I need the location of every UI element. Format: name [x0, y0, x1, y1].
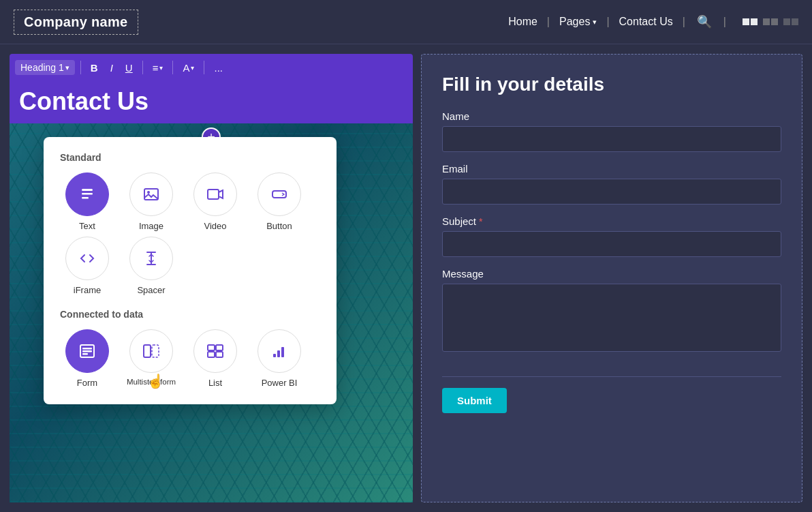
search-icon[interactable]: 🔍: [695, 12, 714, 31]
view-icons: [743, 18, 798, 25]
message-input[interactable]: [442, 284, 781, 352]
spacer-label: Spacer: [137, 285, 165, 295]
editor-area: Heading 1 ▾ B I U ≡ ▾ A ▾: [0, 44, 812, 512]
svg-rect-19: [281, 347, 284, 357]
text-icon: [65, 172, 109, 216]
svg-rect-17: [273, 354, 276, 357]
svg-rect-2: [82, 197, 89, 199]
heading-select-label: Heading 1: [20, 62, 64, 73]
popup-item-powerbi[interactable]: Power BI: [252, 329, 307, 388]
popup-item-image[interactable]: Image: [124, 172, 178, 231]
nav-sep-2: |: [606, 16, 609, 28]
right-panel: Fill in your details Name Email Subject …: [421, 54, 802, 502]
list-label: List: [208, 378, 222, 388]
view-icon-4[interactable]: [771, 18, 778, 25]
svg-rect-5: [208, 190, 219, 199]
nav-pages[interactable]: Pages ▾: [559, 16, 597, 28]
company-name[interactable]: Company name: [14, 10, 138, 35]
nav-pages-arrow: ▾: [593, 18, 597, 27]
submit-button[interactable]: Submit: [442, 388, 507, 413]
nav-sep-3: |: [683, 16, 685, 28]
toolbar: Heading 1 ▾ B I U ≡ ▾ A ▾: [10, 54, 413, 81]
toolbar-sep-3: [172, 61, 173, 74]
video-label: Video: [204, 221, 226, 231]
name-input[interactable]: [442, 126, 781, 152]
form-label: Form: [77, 378, 97, 388]
subject-field: Subject *: [442, 215, 781, 257]
standard-items-grid: Text Image: [60, 172, 320, 295]
heading-select-caret: ▾: [65, 63, 69, 72]
popup-item-list[interactable]: List: [188, 329, 243, 388]
svg-rect-15: [208, 352, 215, 357]
svg-rect-12: [152, 345, 159, 357]
svg-rect-8: [82, 348, 92, 350]
submit-area: Submit: [442, 376, 781, 413]
italic-button[interactable]: I: [106, 59, 117, 76]
button-label: Button: [266, 221, 292, 231]
more-button[interactable]: ...: [210, 59, 227, 76]
view-icon-1[interactable]: [743, 18, 749, 25]
heading-area[interactable]: Contact Us: [10, 81, 413, 123]
name-field: Name: [442, 110, 781, 152]
nav-home[interactable]: Home: [508, 16, 537, 28]
image-icon: [129, 172, 173, 216]
iframe-icon: [65, 237, 109, 280]
svg-rect-16: [216, 352, 223, 357]
standard-section-title: Standard: [60, 152, 320, 163]
svg-rect-11: [144, 345, 151, 357]
top-nav: Company name Home | Pages ▾ | Contact Us…: [0, 0, 812, 44]
svg-rect-10: [82, 353, 88, 355]
svg-rect-0: [82, 189, 93, 191]
multistep-icon: [129, 329, 173, 373]
heading-text[interactable]: Contact Us: [19, 88, 403, 115]
connected-items-grid: Form Multistep form: [60, 329, 320, 388]
message-label: Message: [442, 268, 781, 280]
image-label: Image: [139, 221, 163, 231]
popup-item-button[interactable]: Button: [252, 172, 307, 231]
popup-item-spacer[interactable]: Spacer: [124, 237, 178, 295]
heading-select[interactable]: Heading 1 ▾: [15, 60, 75, 75]
view-icon-3[interactable]: [763, 18, 770, 25]
more-label: ...: [214, 62, 223, 74]
align-button[interactable]: ≡ ▾: [149, 59, 168, 76]
cursor-hand: ☝: [147, 373, 164, 389]
email-field: Email: [442, 163, 781, 205]
italic-label: I: [110, 62, 113, 74]
svg-rect-14: [216, 345, 223, 350]
popup-item-form[interactable]: Form: [60, 329, 114, 388]
view-icon-6[interactable]: [792, 18, 798, 25]
svg-rect-9: [82, 350, 92, 352]
message-field: Message: [442, 268, 781, 355]
nav-pages-label: Pages: [559, 16, 590, 28]
add-element-popup: Standard Text: [44, 137, 337, 404]
bold-button[interactable]: B: [87, 59, 102, 76]
toolbar-sep-1: [80, 61, 81, 74]
button-icon: [257, 172, 301, 216]
email-input[interactable]: [442, 179, 781, 205]
view-icon-2[interactable]: [751, 18, 758, 25]
popup-item-iframe[interactable]: iFrame: [60, 237, 114, 295]
toolbar-sep-2: [142, 61, 143, 74]
svg-point-4: [147, 191, 150, 194]
email-label: Email: [442, 163, 781, 175]
video-icon: [193, 172, 237, 216]
subject-label: Subject *: [442, 215, 781, 227]
subject-required: *: [479, 216, 482, 227]
color-button[interactable]: A ▾: [178, 59, 198, 76]
nav-contact[interactable]: Contact Us: [619, 16, 673, 28]
underline-label: U: [125, 62, 133, 74]
subject-input[interactable]: [442, 231, 781, 257]
align-caret: ▾: [159, 64, 163, 72]
list-icon: [193, 329, 237, 373]
background-image-area: Standard Text: [10, 123, 413, 502]
name-label: Name: [442, 110, 781, 122]
nav-links: Home | Pages ▾ | Contact Us | 🔍 |: [508, 12, 798, 31]
popup-item-text[interactable]: Text: [60, 172, 114, 231]
powerbi-icon: [257, 329, 301, 373]
popup-item-video[interactable]: Video: [188, 172, 243, 231]
underline-button[interactable]: U: [121, 59, 137, 76]
color-label: A: [183, 62, 189, 74]
nav-sep-1: |: [547, 16, 550, 28]
form-icon: [65, 329, 109, 373]
view-icon-5[interactable]: [783, 18, 790, 25]
